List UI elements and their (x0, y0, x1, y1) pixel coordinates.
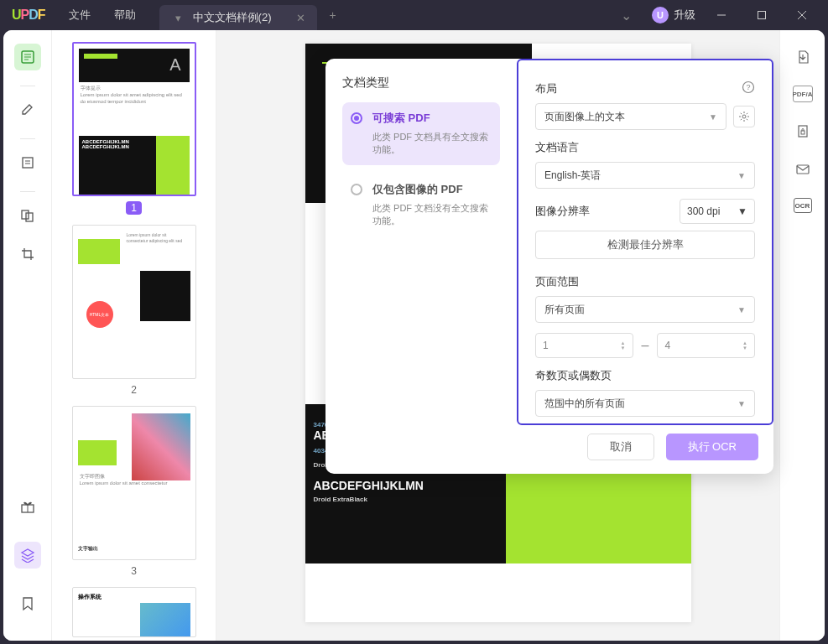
layout-select[interactable]: 页面图像上的文本 ▼ (535, 103, 726, 130)
doc-type-label: 可搜索 PDF (372, 111, 490, 126)
dpi-select[interactable]: 300 dpi ▼ (680, 199, 755, 224)
parity-select[interactable]: 范围中的所有页面 ▼ (535, 390, 755, 417)
organize-pages-button[interactable] (14, 202, 41, 229)
select-value: 页面图像上的文本 (544, 110, 625, 124)
thumbnail-number: 1 (126, 201, 142, 215)
gift-button[interactable] (14, 493, 41, 520)
detect-resolution-button[interactable]: 检测最佳分辨率 (535, 231, 755, 259)
spin-down-icon[interactable]: ▼ (742, 345, 747, 351)
main-area: A 字体提示Lorem ipsum dolor sit amet adipisc… (3, 30, 825, 641)
chevron-down-icon: ▼ (709, 112, 717, 122)
close-tab-icon[interactable]: ✕ (296, 12, 305, 24)
svg-rect-11 (22, 210, 29, 219)
chevron-down-icon: ▼ (737, 171, 746, 180)
select-value: English-英语 (544, 169, 601, 183)
user-avatar: U (652, 7, 669, 23)
radio-icon (351, 184, 362, 195)
ocr-settings-section: 布局 ? 页面图像上的文本 ▼ 文档语言 (517, 59, 773, 425)
titlebar: UPDF 文件 帮助 ▾ 中文文档样例(2) ✕ + ⌄ U 升级 (0, 0, 828, 30)
chevron-down-icon: ▼ (737, 399, 746, 408)
ocr-doc-type-section: 文档类型 可搜索 PDF 此类 PDF 文档具有全文搜索功能。 仅包含图像的 P… (325, 59, 517, 474)
thumbnail-number: 3 (131, 565, 137, 577)
doc-type-desc: 此类 PDF 文档具有全文搜索功能。 (372, 131, 490, 157)
spinner-value: 1 (543, 340, 549, 351)
right-tool-rail: PDF/A OCR (779, 30, 825, 641)
maximize-button[interactable] (747, 3, 776, 28)
pdfa-button[interactable]: PDF/A (793, 86, 813, 102)
close-window-button[interactable] (788, 3, 816, 28)
bookmark-button[interactable] (14, 590, 41, 617)
language-select[interactable]: English-英语 ▼ (535, 162, 755, 189)
page-range-select[interactable]: 所有页面 ▼ (535, 296, 755, 323)
menu-help[interactable]: 帮助 (114, 8, 136, 23)
ocr-panel-footer: 取消 执行 OCR (517, 425, 773, 474)
menu-file[interactable]: 文件 (69, 8, 91, 23)
svg-rect-8 (23, 158, 33, 168)
share-button[interactable] (793, 159, 813, 179)
dpi-label: 图像分辨率 (535, 204, 590, 219)
new-tab-button[interactable]: + (329, 8, 336, 22)
doc-type-image-only[interactable]: 仅包含图像的 PDF 此类 PDF 文档没有全文搜索功能。 (342, 174, 500, 236)
doc-type-title: 文档类型 (342, 75, 500, 91)
reader-mode-button[interactable] (14, 44, 41, 70)
thumbnail-page-4[interactable]: 操作系统 (72, 587, 196, 637)
tab-menu-icon[interactable]: ▾ (171, 12, 186, 24)
spin-down-icon[interactable]: ▼ (621, 345, 626, 351)
svg-text:?: ? (746, 83, 750, 91)
crop-pages-button[interactable] (14, 241, 41, 267)
thumbnail-page-3[interactable]: 文字即图像Lorem ipsum dolor sit amet consecte… (72, 406, 196, 577)
spinner-value: 4 (664, 340, 670, 351)
parity-label: 奇数页或偶数页 (535, 368, 612, 383)
layout-label: 布局 (535, 81, 557, 96)
svg-rect-16 (801, 131, 805, 134)
doc-type-label: 仅包含图像的 PDF (372, 182, 490, 197)
select-value: 300 dpi (687, 205, 720, 217)
svg-rect-1 (758, 12, 766, 19)
svg-point-20 (742, 115, 746, 118)
minimize-button[interactable] (707, 3, 736, 28)
select-value: 所有页面 (544, 303, 585, 317)
ocr-button[interactable]: OCR (794, 198, 812, 213)
thumbnail-page-1[interactable]: A 字体提示Lorem ipsum dolor sit amet adipisc… (72, 42, 196, 215)
svg-rect-12 (26, 213, 33, 221)
annotate-button[interactable] (14, 96, 41, 123)
app-logo: UPDF (12, 8, 45, 23)
thumbnail-number: 2 (131, 384, 137, 396)
svg-rect-17 (797, 165, 809, 174)
select-value: 范围中的所有页面 (544, 397, 625, 411)
thumbnail-panel: A 字体提示Lorem ipsum dolor sit amet adipisc… (52, 30, 216, 641)
cancel-button[interactable]: 取消 (587, 434, 654, 460)
left-tool-rail (3, 30, 52, 641)
language-label: 文档语言 (535, 140, 579, 155)
ocr-panel: 文档类型 可搜索 PDF 此类 PDF 文档具有全文搜索功能。 仅包含图像的 P… (325, 59, 773, 474)
radio-icon (351, 112, 362, 124)
layers-button[interactable] (14, 542, 41, 569)
upgrade-label: 升级 (674, 8, 695, 23)
range-separator: – (642, 338, 649, 353)
doc-type-searchable[interactable]: 可搜索 PDF 此类 PDF 文档具有全文搜索功能。 (342, 102, 500, 165)
range-from-input[interactable]: 1 ▲▼ (535, 333, 633, 358)
doc-type-desc: 此类 PDF 文档没有全文搜索功能。 (372, 202, 490, 228)
chevron-down-icon: ▼ (737, 205, 747, 217)
help-icon[interactable]: ? (742, 80, 755, 96)
range-label: 页面范围 (535, 274, 579, 289)
range-to-input[interactable]: 4 ▲▼ (657, 333, 755, 358)
tab-title: 中文文档样例(2) (193, 10, 272, 25)
edit-text-button[interactable] (14, 149, 41, 176)
run-ocr-button[interactable]: 执行 OCR (666, 434, 759, 460)
protect-button[interactable] (793, 121, 813, 141)
tab-overflow-icon[interactable]: ⌄ (612, 4, 640, 27)
document-tab[interactable]: ▾ 中文文档样例(2) ✕ (159, 5, 318, 30)
thumbnail-page-2[interactable]: HTML文本 Lorem ipsum dolor sit consectetur… (72, 225, 196, 396)
upgrade-button[interactable]: U 升级 (652, 7, 695, 23)
layout-settings-button[interactable] (733, 106, 755, 127)
export-button[interactable] (793, 47, 813, 67)
chevron-down-icon: ▼ (737, 305, 746, 314)
